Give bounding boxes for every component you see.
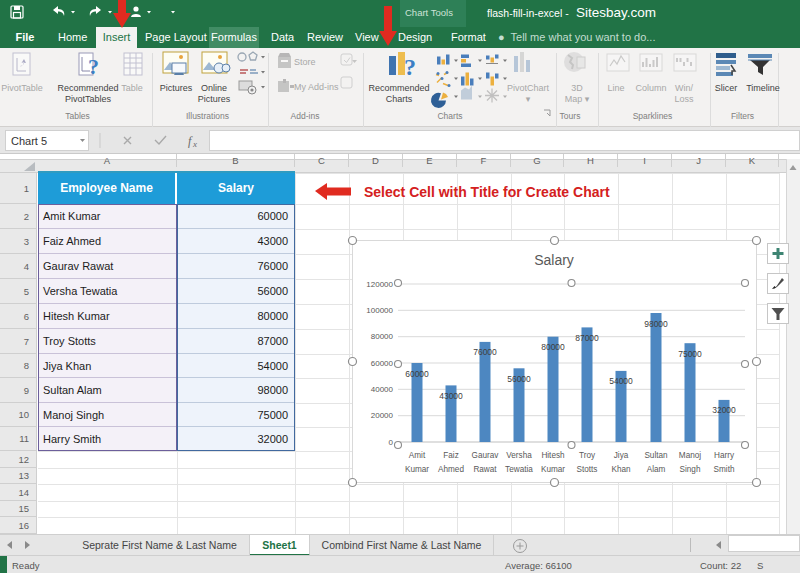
svg-text:76000: 76000 (473, 347, 497, 357)
svg-text:Stotts: Stotts (577, 465, 598, 474)
svg-text:Khan: Khan (611, 465, 631, 474)
svg-text:Ahmed: Ahmed (438, 465, 464, 474)
svg-text:x: x (192, 139, 197, 149)
svg-text:Hitesh: Hitesh (541, 451, 565, 460)
svg-text:Jiya: Jiya (614, 451, 629, 460)
svg-text:Harry: Harry (714, 451, 735, 460)
svg-text:Smith: Smith (714, 465, 735, 474)
svg-text:Troy: Troy (579, 451, 596, 460)
svg-text:98000: 98000 (644, 319, 668, 329)
svg-text:87000: 87000 (575, 333, 599, 343)
svg-text:20000: 20000 (371, 411, 394, 420)
svg-text:Kumar: Kumar (405, 465, 429, 474)
svg-text:Rawat: Rawat (473, 465, 497, 474)
svg-text:Manoj: Manoj (679, 451, 701, 460)
svg-text:80000: 80000 (541, 342, 565, 352)
svg-text:75000: 75000 (678, 349, 702, 359)
svg-text:80000: 80000 (371, 332, 394, 341)
svg-text:43000: 43000 (439, 391, 463, 401)
svg-text:Gaurav: Gaurav (472, 451, 500, 460)
svg-text:40000: 40000 (371, 385, 394, 394)
svg-text:Amit: Amit (409, 451, 426, 460)
svg-text:0: 0 (389, 438, 394, 447)
svg-text:54000: 54000 (609, 376, 633, 386)
svg-text:60000: 60000 (371, 359, 394, 368)
svg-text:Sultan: Sultan (644, 451, 668, 460)
svg-text:Alam: Alam (647, 465, 666, 474)
svg-text:?: ? (404, 54, 416, 80)
svg-text:120000: 120000 (366, 280, 393, 289)
svg-text:Salary: Salary (534, 252, 574, 268)
svg-text:60000: 60000 (405, 369, 429, 379)
svg-text:Singh: Singh (680, 465, 701, 474)
svg-text:56000: 56000 (507, 374, 531, 384)
svg-text:Faiz: Faiz (443, 451, 458, 460)
svg-text:Kumar: Kumar (541, 465, 565, 474)
svg-text:100000: 100000 (366, 306, 393, 315)
svg-text:?: ? (88, 54, 99, 79)
svg-text:Versha: Versha (506, 451, 532, 460)
svg-text:32000: 32000 (712, 405, 736, 415)
svg-text:Tewatia: Tewatia (505, 465, 533, 474)
